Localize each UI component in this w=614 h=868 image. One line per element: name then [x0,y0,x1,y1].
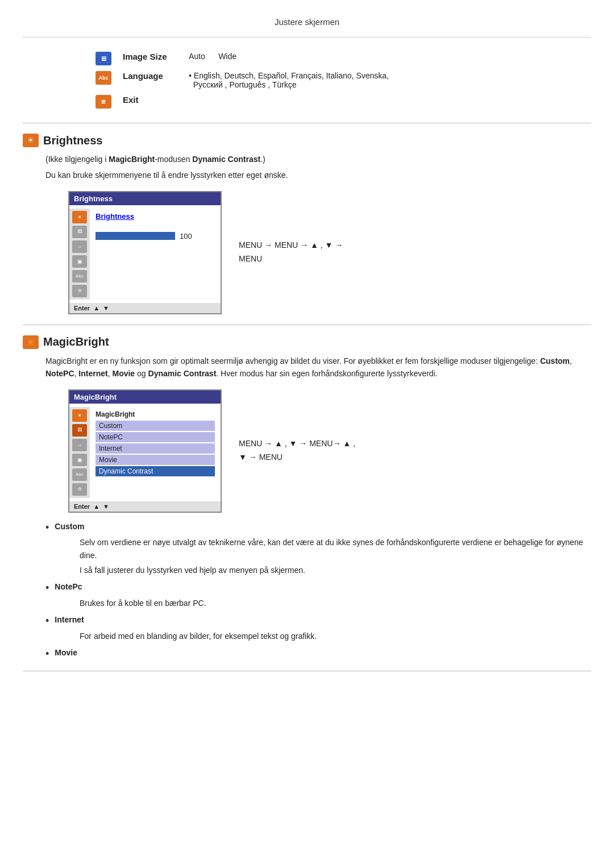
brightness-slider-row: 100 [96,232,215,240]
bullet-label-movie: Movie [55,648,77,657]
imagesize-icon: ⊞ [96,52,111,65]
mb-option-notepc[interactable]: NotePC [96,432,215,442]
mb-up-btn[interactable]: ▲ [93,503,99,510]
bullet-label-custom: Custom [55,522,84,531]
mb-sidebar-img-icon: 🖼 [72,424,87,437]
bullet-text-custom1: Selv om verdiene er nøye utvalgt av tekn… [80,536,591,562]
bullet-text-notepc: Brukes for å koble til en bærbar PC. [80,597,591,609]
menu-row-exit: ⊞ Exit [91,92,393,111]
sidebar-gear-icon: ⚙ [72,285,87,297]
mb-option-internet[interactable]: Internet [96,443,215,454]
mb-osd-header-label: MagicBright [96,410,215,418]
magicbright-osd-panel: MagicBright ☀ 🖼 ↔ ▣ Abc ⚙ MagicBright Cu… [68,389,222,513]
language-icon: Abc [96,71,111,85]
magicbright-nav-instruction: MENU → ▲ , ▼ → MENU→ ▲ ,▼ → MENU [239,437,355,464]
sidebar-sun-icon: ☀ [72,211,87,223]
divider-middle [23,325,591,325]
menu-row-language: Abc Language • English, Deutsch, Español… [91,68,393,92]
brightness-enter-btn[interactable]: Enter [74,305,90,312]
brightness-osd-title: Brightness [69,192,221,205]
bullets-section: • Custom Selv om verdiene er nøye utvalg… [45,522,591,661]
bullet-text-internet: For arbeid med en blanding av bilder, fo… [80,630,591,642]
mb-option-custom[interactable]: Custom [96,421,215,431]
mb-sidebar-sun-icon: ☀ [72,409,87,422]
brightness-section-icon: ☀ [23,134,39,147]
bullet-notepc: • NotePc [45,582,591,595]
magicbright-osd-container: MagicBright ☀ 🖼 ↔ ▣ Abc ⚙ MagicBright Cu… [68,389,591,513]
brightness-nav-instruction: MENU → MENU → ▲ , ▼ →MENU [239,239,343,266]
menu-table: ⊞ Image Size Auto Wide Abc Language • En… [91,49,393,111]
magicbright-description: MagicBright er en ny funksjon som gir op… [45,355,591,380]
brightness-slider-track [96,232,175,240]
bullet-label-internet: Internet [55,615,84,624]
mb-sidebar-abc-icon: Abc [72,468,87,481]
mb-option-dynamiccontrast[interactable]: Dynamic Contrast [96,466,215,476]
brightness-note: (Ikke tilgjengelig i MagicBright-modusen… [45,153,591,165]
divider-top [23,123,591,123]
page-header: Justere skjermen [23,11,591,38]
bullet-internet: • Internet [45,615,591,628]
bullet-text-custom2: I så fall justerer du lysstyrken ved hje… [80,564,591,576]
magicbright-osd-title: MagicBright [69,391,221,404]
language-value: • English, Deutsch, Español, Français, I… [189,71,389,89]
bullet-movie: • Movie [45,648,591,661]
divider-bottom [23,671,591,671]
mb-sidebar-rect-icon: ▣ [72,454,87,466]
mb-sidebar-size-icon: ↔ [72,439,87,451]
magicbright-osd-body: ☀ 🖼 ↔ ▣ Abc ⚙ MagicBright Custom NotePC … [69,404,221,501]
brightness-osd-footer: Enter ▲ ▼ [69,303,221,313]
brightness-up-btn[interactable]: ▲ [93,305,99,312]
exit-icon: ⊞ [96,95,111,109]
magicbright-section-title: MagicBright [43,335,109,348]
brightness-heading: ☀ Brightness [23,134,591,147]
bullet-dot-notepc: • [45,582,49,595]
bullet-dot-internet: • [45,615,49,628]
brightness-description: Du kan bruke skjermmenyene til å endre l… [45,169,591,181]
bullet-custom: • Custom [45,522,591,534]
brightness-osd-container: Brightness ☀ 🖼 ↔ ▣ Abc ⚙ Brightness 100 … [68,191,591,314]
brightness-osd-sidebar: ☀ 🖼 ↔ ▣ Abc ⚙ [69,209,90,300]
brightness-osd-body: ☀ 🖼 ↔ ▣ Abc ⚙ Brightness 100 [69,205,221,303]
imagesize-label: Image Size [123,52,180,61]
magicbright-heading: 🔆 MagicBright [23,335,591,349]
brightness-slider-value: 100 [180,232,192,240]
magicbright-osd-content: MagicBright Custom NotePC Internet Movie… [90,407,221,498]
bullet-label-notepc: NotePc [55,582,82,591]
exit-label: Exit [123,95,180,105]
bullet-dot-custom: • [45,522,49,534]
brightness-down-btn[interactable]: ▼ [103,305,109,312]
sidebar-rect-icon: ▣ [72,255,87,268]
magicbright-section-icon: 🔆 [23,335,39,349]
imagesize-value: Auto Wide [189,52,237,61]
bullet-dot-movie: • [45,648,49,661]
brightness-osd-panel: Brightness ☀ 🖼 ↔ ▣ Abc ⚙ Brightness 100 … [68,191,222,314]
mb-enter-btn[interactable]: Enter [74,503,90,510]
magicbright-osd-sidebar: ☀ 🖼 ↔ ▣ Abc ⚙ [69,407,90,498]
mb-sidebar-gear-icon: ⚙ [72,483,87,496]
magicbright-osd-footer: Enter ▲ ▼ [69,501,221,512]
brightness-osd-item-label: Brightness [96,212,215,221]
mb-down-btn[interactable]: ▼ [103,503,109,510]
menu-row-imagesize: ⊞ Image Size Auto Wide [91,49,393,68]
sidebar-img-icon: 🖼 [72,226,87,238]
sidebar-size-icon: ↔ [72,240,87,253]
brightness-section-title: Brightness [43,134,102,147]
sidebar-abc-icon: Abc [72,270,87,283]
page-title: Justere skjermen [275,17,339,27]
brightness-osd-content: Brightness 100 [90,209,221,300]
mb-option-movie[interactable]: Movie [96,455,215,465]
language-label: Language [123,71,180,81]
